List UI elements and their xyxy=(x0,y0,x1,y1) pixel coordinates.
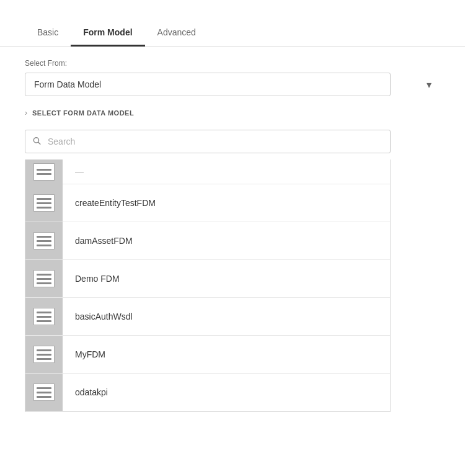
fdm-toggle-label: SELECT FORM DATA MODEL xyxy=(32,109,134,117)
form-data-model-dropdown[interactable]: Form Data Model xyxy=(25,73,391,96)
tabs-bar: Basic Form Model Advanced xyxy=(0,0,465,47)
icon-line-mid xyxy=(37,240,51,242)
page-container: Basic Form Model Advanced Select From: F… xyxy=(0,0,465,476)
svg-line-1 xyxy=(38,142,40,144)
list-container: — createEntityTestFDM xyxy=(25,159,391,412)
icon-line-mid xyxy=(37,278,51,280)
list-item-icon-partial xyxy=(25,159,63,184)
tab-advanced[interactable]: Advanced xyxy=(145,20,208,47)
list-item-label: Demo FDM xyxy=(63,274,132,284)
list-item-icon xyxy=(25,184,63,222)
list-item-label: basicAuthWsdl xyxy=(63,312,145,321)
search-icon xyxy=(32,137,41,147)
dropdown-wrapper: Form Data Model ▾ xyxy=(25,73,440,96)
fdm-icon xyxy=(33,270,55,287)
list-item-label: odatakpi xyxy=(63,387,120,397)
content-area: Select From: Form Data Model ▾ › SELECT … xyxy=(0,47,465,424)
list-item-label: damAssetFDM xyxy=(63,236,145,246)
tab-basic[interactable]: Basic xyxy=(25,20,71,47)
search-container xyxy=(25,130,391,153)
icon-line-top xyxy=(37,349,51,351)
list-item[interactable]: createEntityTestFDM xyxy=(25,184,390,222)
list-item[interactable]: MyFDM xyxy=(25,336,390,374)
icon-line-bot xyxy=(37,245,51,246)
icon-line-top xyxy=(37,236,51,238)
fdm-icon xyxy=(33,308,55,325)
list-item-name-partial: — xyxy=(63,167,96,177)
icon-line-top xyxy=(37,198,51,200)
list-item-icon xyxy=(25,336,63,373)
icon-line-mid xyxy=(37,392,51,393)
fdm-icon xyxy=(33,194,55,212)
fdm-icon xyxy=(33,384,55,401)
chevron-down-icon: ▾ xyxy=(427,79,432,91)
list-item-partial[interactable]: — xyxy=(25,159,390,184)
icon-line-mid xyxy=(37,202,51,204)
list-scroll-area[interactable]: — createEntityTestFDM xyxy=(25,159,390,411)
select-from-label: Select From: xyxy=(25,59,440,68)
icon-line-mid xyxy=(37,316,51,318)
icon-line-1 xyxy=(37,169,51,171)
list-item[interactable]: odatakpi xyxy=(25,374,390,411)
fdm-icon xyxy=(33,232,55,249)
icon-line-top xyxy=(37,274,51,276)
icon-line-bot xyxy=(37,396,51,398)
list-item[interactable]: basicAuthWsdl xyxy=(25,298,390,336)
list-item-icon xyxy=(25,222,63,259)
icon-line-bot xyxy=(37,282,51,284)
icon-line-top xyxy=(37,312,51,313)
list-item-icon xyxy=(25,374,63,411)
list-item-icon xyxy=(25,298,63,335)
list-item[interactable]: damAssetFDM xyxy=(25,222,390,260)
search-input[interactable] xyxy=(25,130,391,153)
icon-line-2 xyxy=(37,173,51,175)
fdm-toggle[interactable]: › SELECT FORM DATA MODEL xyxy=(25,109,440,117)
list-item-icon xyxy=(25,260,63,297)
list-item-label: createEntityTestFDM xyxy=(63,198,168,208)
list-item[interactable]: Demo FDM xyxy=(25,260,390,298)
tab-form-model[interactable]: Form Model xyxy=(71,20,144,47)
icon-line-top xyxy=(37,387,51,389)
fdm-icon xyxy=(33,346,55,363)
icon-line-bot xyxy=(37,320,51,322)
icon-line-bot xyxy=(37,358,51,360)
chevron-right-icon: › xyxy=(25,109,27,117)
icon-line-bot xyxy=(37,207,51,209)
list-item-label: MyFDM xyxy=(63,349,118,359)
fdm-icon-partial xyxy=(33,163,55,181)
icon-line-mid xyxy=(37,354,51,356)
